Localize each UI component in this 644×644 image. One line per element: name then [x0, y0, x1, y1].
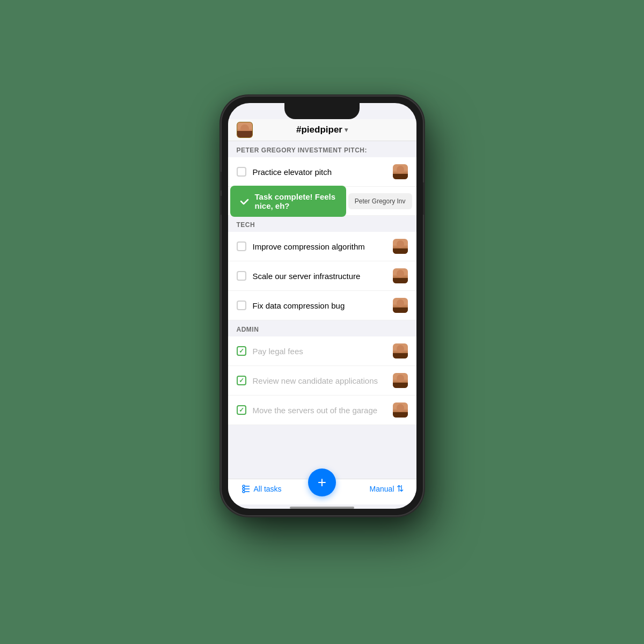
task-checkbox-checked[interactable] [237, 405, 246, 415]
section-header-pitch: PETER GREGORY INVESTMENT PITCH: [228, 141, 416, 157]
add-task-button[interactable]: + [308, 469, 336, 496]
task-checkbox[interactable] [237, 271, 246, 281]
workspace-title[interactable]: #piedpiper ▾ [296, 125, 348, 135]
task-assignee-avatar [393, 402, 408, 418]
checkmark-icon [239, 195, 250, 208]
task-checkbox[interactable] [237, 241, 246, 251]
list-item[interactable]: Pay legal fees [228, 336, 416, 366]
task-assignee-avatar [393, 343, 408, 358]
task-checkbox-checked[interactable] [237, 346, 246, 356]
section-header-admin: ADMIN [228, 320, 416, 336]
all-tasks-button[interactable]: All tasks [241, 484, 282, 494]
filter-icon [241, 484, 251, 494]
chevron-down-icon: ▾ [345, 126, 348, 134]
task-checkbox[interactable] [237, 301, 246, 310]
task-text: Practice elevator pitch [253, 167, 393, 177]
avatar[interactable] [237, 122, 253, 138]
app-header: #piedpiper ▾ [228, 119, 416, 141]
home-indicator [290, 507, 354, 509]
toast-task-preview: Peter Gregory Inv [348, 193, 412, 209]
task-text: Fix data compression bug [253, 301, 393, 310]
task-assignee-avatar [393, 164, 408, 179]
task-text: Pay legal fees [253, 347, 393, 356]
list-item[interactable]: Practice elevator pitch [228, 157, 416, 187]
list-item[interactable]: Move the servers out of the garage [228, 396, 416, 425]
avatar-image [393, 373, 408, 388]
task-text: Review new candidate applications [253, 376, 393, 385]
list-item[interactable]: Fix data compression bug [228, 291, 416, 320]
scene: #piedpiper ▾ PETER GREGORY INVESTMENT PI… [0, 0, 644, 644]
bottom-bar: All tasks + Manual ⇅ [228, 479, 416, 504]
task-text: Move the servers out of the garage [253, 406, 393, 415]
phone-screen: #piedpiper ▾ PETER GREGORY INVESTMENT PI… [228, 103, 416, 509]
sort-button[interactable]: Manual ⇅ [370, 484, 404, 494]
volume-up-button[interactable] [219, 172, 222, 191]
avatar-image [393, 298, 408, 313]
fab-plus-icon: + [318, 474, 326, 491]
toast-content: Task complete! Feels nice, eh? [230, 186, 346, 217]
task-assignee-avatar [393, 373, 408, 388]
app-content: #piedpiper ▾ PETER GREGORY INVESTMENT PI… [228, 119, 416, 509]
avatar-image [393, 239, 408, 254]
task-assignee-avatar [393, 268, 408, 283]
task-checkbox-checked[interactable] [237, 376, 246, 385]
svg-point-2 [243, 485, 245, 487]
list-item[interactable]: Review new candidate applications [228, 366, 416, 396]
sort-arrows-icon: ⇅ [397, 484, 404, 494]
toast-row: Task complete! Feels nice, eh? Peter Gre… [228, 187, 416, 216]
sort-label: Manual [370, 485, 394, 493]
phone-wrapper: #piedpiper ▾ PETER GREGORY INVESTMENT PI… [222, 97, 423, 515]
task-list: PETER GREGORY INVESTMENT PITCH: Practice… [228, 141, 416, 479]
list-item[interactable]: Scale our server infrastructure [228, 261, 416, 291]
power-button[interactable] [423, 182, 425, 215]
notch [284, 103, 360, 119]
list-item[interactable]: Improve compression algorithm [228, 232, 416, 261]
svg-point-4 [243, 491, 245, 493]
all-tasks-label: All tasks [254, 485, 282, 493]
avatar-image [393, 402, 408, 418]
task-assignee-avatar [393, 298, 408, 313]
workspace-name: #piedpiper [296, 125, 342, 135]
avatar-face [237, 122, 252, 137]
avatar-image [393, 164, 408, 179]
task-checkbox[interactable] [237, 167, 246, 177]
svg-point-0 [243, 488, 245, 490]
task-assignee-avatar [393, 239, 408, 254]
task-text: Scale our server infrastructure [253, 272, 393, 281]
toast-message: Task complete! Feels nice, eh? [255, 192, 338, 210]
avatar-image [393, 268, 408, 283]
avatar-image [393, 343, 408, 358]
toast-notification: Task complete! Feels nice, eh? Peter Gre… [228, 187, 416, 215]
section-header-tech: TECH [228, 216, 416, 232]
volume-down-button[interactable] [219, 196, 222, 215]
task-text: Improve compression algorithm [253, 242, 393, 251]
